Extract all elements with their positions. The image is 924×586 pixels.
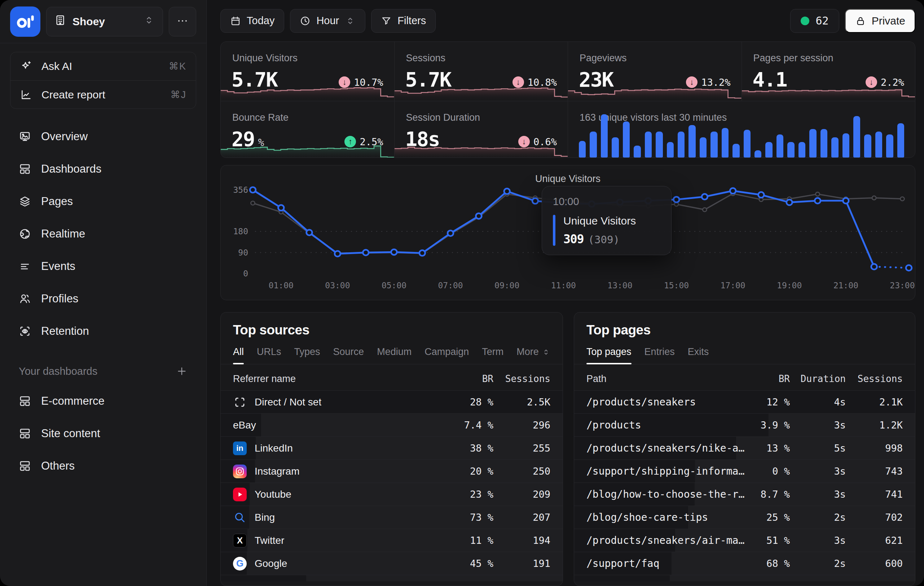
tab-all[interactable]: All <box>233 346 244 364</box>
tab-top-pages[interactable]: Top pages <box>586 346 632 364</box>
tab-medium[interactable]: Medium <box>377 346 411 364</box>
source-row-twitter[interactable]: XTwitter11 %194 <box>221 529 563 552</box>
source-row-youtube[interactable]: Youtube23 %209 <box>221 482 563 505</box>
online-visitors-badge[interactable]: 62 <box>790 9 839 33</box>
page-row--blog-how-to-choose-the-right-sho-[interactable]: /blog/how-to-choose-the-right-sho…8.7 %3… <box>574 482 915 505</box>
metric-card-unique-visitors[interactable]: Unique Visitors5.7K↓10.7% <box>221 42 394 101</box>
sidebar-item-dashboards[interactable]: Dashboards <box>10 153 196 185</box>
page-row--products-sneakers[interactable]: /products/sneakers12 %4s2.1K <box>574 390 915 413</box>
svg-text:90: 90 <box>238 248 248 257</box>
quick-action-create-report[interactable]: Create report⌘J <box>10 81 196 109</box>
sidebar-item-events[interactable]: Events <box>10 250 196 283</box>
sidebar-item-retention[interactable]: Retention <box>10 315 196 347</box>
realtime-icon <box>19 228 31 240</box>
sessions-value: 255 <box>493 443 550 454</box>
realtime-bar <box>623 122 630 158</box>
tooltip-compare-value: (309) <box>588 234 620 246</box>
add-dashboard-button[interactable] <box>176 365 188 377</box>
source-row-direct-not-set[interactable]: Direct / Not set28 %2.5K <box>221 390 563 413</box>
source-row-instagram[interactable]: Instagram20 %250 <box>221 459 563 482</box>
metric-card-sessions[interactable]: Sessions5.7K↓10.8% <box>394 42 568 101</box>
page-row--blog-shoe-care-tips[interactable]: /blog/shoe-care-tips25 %2s702 <box>574 505 915 529</box>
source-row-ebay[interactable]: eBay7.4 %296 <box>221 413 563 436</box>
tab-entries[interactable]: Entries <box>645 346 675 364</box>
sidebar-item-profiles[interactable]: Profiles <box>10 283 196 315</box>
workspace-switcher[interactable]: Shoey <box>46 7 163 36</box>
bounce-rate-value: 13 % <box>747 443 790 454</box>
page-row--support-faq[interactable]: /support/faq68 %2s600 <box>574 552 915 575</box>
interval-button[interactable]: Hour <box>290 9 365 33</box>
date-range-button[interactable]: Today <box>220 9 284 33</box>
page-row--products-sneakers-air-max-2023[interactable]: /products/sneakers/air-max-202351 %3s621 <box>574 529 915 552</box>
svg-text:0: 0 <box>243 269 248 278</box>
tables-row: Top sources AllURLsTypesSourceMediumCamp… <box>220 312 915 586</box>
tab-label: Top pages <box>586 346 632 357</box>
sidebar: Shoey Ask AI⌘KCreate report⌘J OverviewDa… <box>0 0 207 586</box>
filters-label: Filters <box>398 15 426 27</box>
source-row-bing[interactable]: Bing73 %207 <box>221 505 563 529</box>
lock-icon <box>855 15 866 26</box>
metric-card-pageviews[interactable]: Pageviews23K↓13.2% <box>568 42 741 101</box>
metric-title: Pages per session <box>753 53 833 64</box>
shortcut-hint: ⌘J <box>171 89 187 100</box>
referrer-name: Google <box>255 558 287 570</box>
duration-value: 4s <box>790 397 846 408</box>
realtime-visitors-card[interactable]: 163 unique vistors last 30 minutes <box>568 101 915 158</box>
bounce-rate-value: 23 % <box>450 489 493 500</box>
tab-source[interactable]: Source <box>333 346 364 364</box>
source-row-linkedin[interactable]: inLinkedIn38 %255 <box>221 436 563 459</box>
page-path: /support/shipping-information <box>586 465 747 477</box>
dashboards-nav: E-commerceSite contentOthers <box>0 383 206 482</box>
tab-exits[interactable]: Exits <box>688 346 709 364</box>
bounce-rate-value: 25 % <box>747 512 790 523</box>
visibility-label: Private <box>872 15 905 27</box>
top-sources-title: Top sources <box>221 313 563 338</box>
realtime-bar <box>579 141 586 158</box>
referrer-name: Instagram <box>255 466 300 477</box>
realtime-bar-chart <box>579 111 904 158</box>
topbar: Today Hour Filters 62 Private <box>220 0 915 41</box>
overview-icon <box>19 130 31 143</box>
top-pages-title: Top pages <box>574 313 915 338</box>
tooltip-series-label: Unique Visitors <box>563 215 636 227</box>
tab-campaign[interactable]: Campaign <box>424 346 469 364</box>
bounce-rate-value: 38 % <box>450 443 493 454</box>
referrer-name: LinkedIn <box>255 443 293 454</box>
quick-action-ask-ai[interactable]: Ask AI⌘K <box>10 52 196 81</box>
sidebar-item-overview[interactable]: Overview <box>10 120 196 153</box>
referrer-name: Twitter <box>255 535 284 546</box>
page-row--products[interactable]: /products3.9 %3s1.2K <box>574 413 915 436</box>
tab-urls[interactable]: URLs <box>257 346 281 364</box>
tab-label: Exits <box>688 346 709 357</box>
metric-sparkline <box>394 142 568 158</box>
source-row-google[interactable]: GGoogle45 %191 <box>221 552 563 575</box>
dashboard-item-e-commerce[interactable]: E-commerce <box>10 385 196 417</box>
page-row--support-shipping-information[interactable]: /support/shipping-information0 %3s743 <box>574 459 915 482</box>
tab-more[interactable]: More <box>516 346 550 364</box>
sidebar-menu-button[interactable] <box>169 7 196 36</box>
metric-card-bounce-rate[interactable]: Bounce Rate29%↑2.5% <box>221 101 394 158</box>
sidebar-item-realtime[interactable]: Realtime <box>10 218 196 250</box>
dashboard-item-others[interactable]: Others <box>10 450 196 482</box>
page-row--products-sneakers-nike-air-max-2-[interactable]: /products/sneakers/nike-air-max-2…13 %5s… <box>574 436 915 459</box>
duration-value: 3s <box>790 466 846 477</box>
sessions-value: 702 <box>846 512 903 523</box>
tab-label: URLs <box>257 346 281 357</box>
realtime-bar <box>754 150 761 158</box>
realtime-bar <box>809 129 816 158</box>
visibility-button[interactable]: Private <box>845 9 915 33</box>
tab-term[interactable]: Term <box>482 346 503 364</box>
google-icon: G <box>233 557 247 571</box>
sessions-value: 600 <box>846 558 903 569</box>
metric-card-session-duration[interactable]: Session Duration18s↓0.6% <box>394 101 568 158</box>
realtime-bar <box>777 135 783 158</box>
dashboard-item-site-content[interactable]: Site content <box>10 417 196 450</box>
filters-button[interactable]: Filters <box>371 9 436 33</box>
app-logo[interactable] <box>10 7 40 37</box>
sidebar-item-pages[interactable]: Pages <box>10 185 196 218</box>
tab-types[interactable]: Types <box>294 346 320 364</box>
metric-title: Unique Visitors <box>232 53 297 64</box>
metric-card-pages-per-session[interactable]: Pages per session4.1↓2.2% <box>742 42 915 101</box>
page-path: /support/faq <box>586 558 659 570</box>
bounce-rate-value: 7.4 % <box>450 420 493 431</box>
